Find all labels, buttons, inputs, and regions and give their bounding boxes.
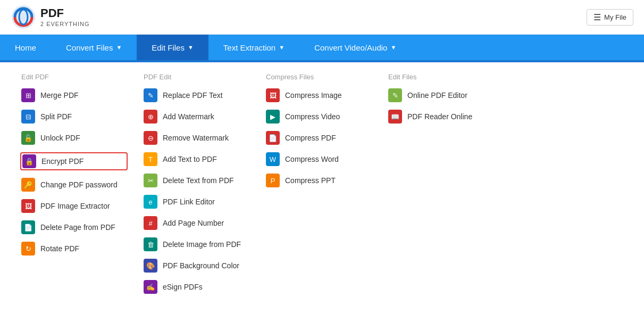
change-pdf-password-icon: 🔑 bbox=[21, 178, 35, 192]
my-file-button[interactable]: ☰ My File bbox=[587, 9, 633, 26]
add-watermark-icon: ⊕ bbox=[144, 110, 157, 123]
replace-pdf-text-label: Replace PDF Text bbox=[163, 91, 223, 100]
menu-item-add-watermark[interactable]: ⊕ Add Watermark bbox=[144, 110, 250, 123]
rotate-pdf-icon: ↻ bbox=[21, 242, 35, 256]
logo-text: PDF 2 EVERYTHING bbox=[40, 6, 90, 28]
logo-area: PDF 2 EVERYTHING bbox=[11, 4, 90, 30]
add-text-to-pdf-icon: T bbox=[144, 152, 157, 166]
compress-image-icon: 🖼 bbox=[266, 88, 280, 102]
menu-item-replace-pdf-text[interactable]: ✎ Replace PDF Text bbox=[144, 88, 250, 102]
dropdown-menu: Edit PDF ⊞ Merge PDF ⊟ Split PDF 🔓 Unloc… bbox=[0, 62, 644, 313]
menu-item-delete-page-from-pdf[interactable]: 📄 Delete Page from PDF bbox=[21, 220, 128, 234]
nav-edit-files-label: Edit Files bbox=[152, 43, 185, 52]
nav-item-convert-files[interactable]: Convert Files ▼ bbox=[51, 35, 137, 60]
pdf-image-extractor-icon: 🖼 bbox=[21, 199, 35, 213]
split-pdf-icon: ⊟ bbox=[21, 110, 35, 123]
menu-item-split-pdf[interactable]: ⊟ Split PDF bbox=[21, 110, 128, 123]
nav-item-edit-files[interactable]: Edit Files ▼ bbox=[137, 35, 208, 60]
nav-item-convert-video-audio[interactable]: Convert Video/Audio ▼ bbox=[299, 35, 411, 60]
menu-item-add-page-number[interactable]: # Add Page Number bbox=[144, 216, 250, 230]
replace-pdf-text-icon: ✎ bbox=[144, 88, 157, 102]
delete-page-from-pdf-icon: 📄 bbox=[21, 220, 35, 234]
main-nav: Home Convert Files ▼ Edit Files ▼ Text E… bbox=[0, 35, 644, 60]
nav-item-text-extraction[interactable]: Text Extraction ▼ bbox=[208, 35, 299, 60]
merge-pdf-icon: ⊞ bbox=[21, 88, 35, 102]
logo-icon bbox=[11, 4, 36, 30]
add-page-number-label: Add Page Number bbox=[163, 219, 224, 227]
menu-item-compress-pdf[interactable]: 📄 Compress PDF bbox=[266, 131, 372, 145]
encrypt-pdf-icon: 🔒 bbox=[22, 154, 36, 168]
logo-pdf-label: PDF bbox=[40, 6, 90, 20]
nav-convert-video-audio-label: Convert Video/Audio bbox=[314, 43, 387, 52]
pdf-image-extractor-label: PDF Image Extractor bbox=[40, 202, 110, 210]
rotate-pdf-label: Rotate PDF bbox=[40, 244, 79, 253]
menu-item-rotate-pdf[interactable]: ↻ Rotate PDF bbox=[21, 242, 128, 256]
compress-pdf-icon: 📄 bbox=[266, 131, 280, 145]
unlock-pdf-label: Unlock PDF bbox=[40, 134, 80, 142]
unlock-pdf-icon: 🔓 bbox=[21, 131, 35, 145]
text-extraction-arrow-icon: ▼ bbox=[279, 44, 285, 51]
dropdown-col-edit-pdf: Edit PDF ⊞ Merge PDF ⊟ Split PDF 🔓 Unloc… bbox=[21, 73, 144, 301]
compress-pdf-label: Compress PDF bbox=[285, 134, 336, 142]
add-page-number-icon: # bbox=[144, 216, 157, 230]
add-text-to-pdf-label: Add Text to PDF bbox=[163, 155, 217, 163]
menu-item-change-pdf-password[interactable]: 🔑 Change PDF password bbox=[21, 178, 128, 192]
split-pdf-label: Split PDF bbox=[40, 112, 72, 121]
compress-files-header: Compress Files bbox=[266, 73, 372, 81]
dropdown-col-edit-files: Edit Files ✎ Online PDF Editor 📖 PDF Rea… bbox=[388, 73, 511, 301]
menu-item-encrypt-pdf[interactable]: 🔒 Encrypt PDF bbox=[20, 152, 128, 170]
pdf-reader-online-label: PDF Reader Online bbox=[407, 112, 472, 121]
pdf-link-editor-label: PDF Link Editor bbox=[163, 197, 215, 206]
menu-item-esign-pdfs[interactable]: ✍ eSign PDFs bbox=[144, 280, 250, 294]
nav-text-extraction-label: Text Extraction bbox=[223, 43, 275, 52]
pdf-background-color-icon: 🎨 bbox=[144, 259, 157, 273]
convert-video-audio-arrow-icon: ▼ bbox=[390, 44, 396, 51]
menu-item-pdf-reader-online[interactable]: 📖 PDF Reader Online bbox=[388, 110, 495, 123]
nav-convert-files-label: Convert Files bbox=[66, 43, 113, 52]
compress-word-icon: W bbox=[266, 152, 280, 166]
dropdown-col-compress-files: Compress Files 🖼 Compress Image ▶ Compre… bbox=[266, 73, 388, 301]
menu-item-pdf-image-extractor[interactable]: 🖼 PDF Image Extractor bbox=[21, 199, 128, 213]
menu-item-compress-video[interactable]: ▶ Compress Video bbox=[266, 110, 372, 123]
esign-pdfs-icon: ✍ bbox=[144, 280, 157, 294]
edit-files-arrow-icon: ▼ bbox=[188, 44, 194, 51]
pdf-reader-online-icon: 📖 bbox=[388, 110, 402, 123]
menu-item-compress-word[interactable]: W Compress Word bbox=[266, 152, 372, 166]
delete-page-from-pdf-label: Delete Page from PDF bbox=[40, 223, 115, 232]
menu-item-add-text-to-pdf[interactable]: T Add Text to PDF bbox=[144, 152, 250, 166]
pdf-edit-header: PDF Edit bbox=[144, 73, 250, 81]
compress-word-label: Compress Word bbox=[285, 155, 339, 163]
edit-pdf-header: Edit PDF bbox=[21, 73, 128, 81]
menu-item-unlock-pdf[interactable]: 🔓 Unlock PDF bbox=[21, 131, 128, 145]
menu-item-remove-watermark[interactable]: ⊖ Remove Watermark bbox=[144, 131, 250, 145]
logo-sub-label: 2 EVERYTHING bbox=[40, 21, 90, 28]
delete-image-from-pdf-icon: 🗑 bbox=[144, 237, 157, 251]
dropdown-col-pdf-edit: PDF Edit ✎ Replace PDF Text ⊕ Add Waterm… bbox=[144, 73, 266, 301]
menu-item-pdf-link-editor[interactable]: e PDF Link Editor bbox=[144, 195, 250, 209]
change-pdf-password-label: Change PDF password bbox=[40, 180, 118, 189]
delete-image-from-pdf-label: Delete Image from PDF bbox=[163, 240, 241, 249]
menu-item-delete-image-from-pdf[interactable]: 🗑 Delete Image from PDF bbox=[144, 237, 250, 251]
nav-item-home[interactable]: Home bbox=[0, 35, 51, 60]
delete-text-from-pdf-icon: ✂ bbox=[144, 174, 157, 187]
esign-pdfs-label: eSign PDFs bbox=[163, 283, 203, 291]
add-watermark-label: Add Watermark bbox=[163, 112, 214, 121]
compress-ppt-label: Compress PPT bbox=[285, 176, 336, 185]
pdf-background-color-label: PDF Background Color bbox=[163, 261, 239, 270]
merge-pdf-label: Merge PDF bbox=[40, 91, 79, 100]
header: PDF 2 EVERYTHING ☰ My File bbox=[0, 0, 644, 35]
pdf-link-editor-icon: e bbox=[144, 195, 157, 209]
menu-item-pdf-background-color[interactable]: 🎨 PDF Background Color bbox=[144, 259, 250, 273]
online-pdf-editor-icon: ✎ bbox=[388, 88, 402, 102]
convert-files-arrow-icon: ▼ bbox=[116, 44, 122, 51]
menu-item-compress-image[interactable]: 🖼 Compress Image bbox=[266, 88, 372, 102]
encrypt-pdf-label: Encrypt PDF bbox=[41, 157, 83, 166]
my-file-label: My File bbox=[604, 13, 626, 21]
nav-home-label: Home bbox=[15, 43, 36, 52]
compress-video-icon: ▶ bbox=[266, 110, 280, 123]
menu-item-delete-text-from-pdf[interactable]: ✂ Delete Text from PDF bbox=[144, 174, 250, 187]
menu-item-merge-pdf[interactable]: ⊞ Merge PDF bbox=[21, 88, 128, 102]
menu-item-compress-ppt[interactable]: P Compress PPT bbox=[266, 174, 372, 187]
compress-video-label: Compress Video bbox=[285, 112, 340, 121]
menu-item-online-pdf-editor[interactable]: ✎ Online PDF Editor bbox=[388, 88, 495, 102]
